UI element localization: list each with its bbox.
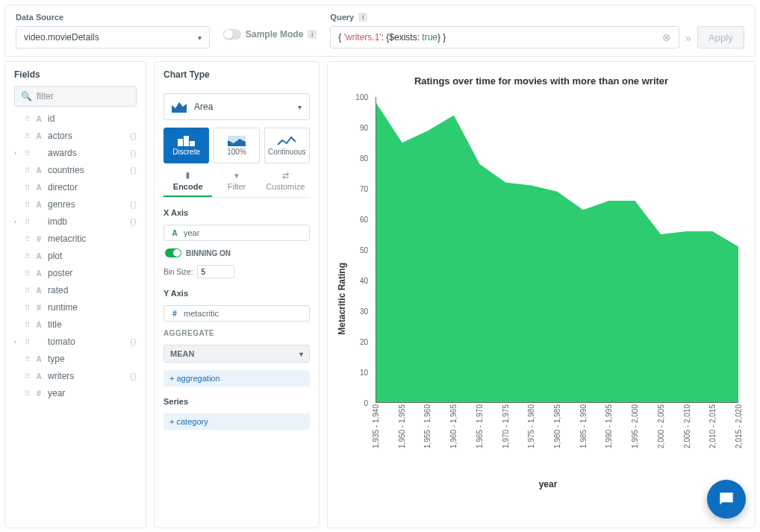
type-icon: A [34,287,43,295]
query-input[interactable]: { 'writers.1': {$exists: true} } ⊗ [330,26,679,48]
field-item-genres[interactable]: ⠿Agenres{} [14,198,137,210]
chart-config-panel: Chart Type Area ▾ Discrete 100% Continuo… [154,61,320,528]
chart-type-value: Area [194,101,213,112]
field-item-imdb[interactable]: ›⠿imdb{} [14,216,137,228]
mode-continuous-button[interactable]: Continuous [264,128,310,163]
add-aggregation-button[interactable]: + aggregation [163,370,310,387]
field-list: ⠿Aid⠿Aactors{}›⠿awards{}⠿Acountries{}⠿Ad… [14,113,137,399]
type-icon: # [34,303,43,312]
object-icon: {} [129,149,137,157]
x-tick: 1,985 - 1,990 [579,404,587,448]
field-item-id[interactable]: ⠿Aid [14,113,137,125]
field-name: metacritic [48,234,86,244]
y-ticks: 0102030405060708090100 [350,97,373,403]
grip-icon: ⠿ [25,166,30,175]
field-item-director[interactable]: ⠿Adirector [14,181,137,193]
data-source-select[interactable]: video.movieDetails ▾ [16,26,210,48]
x-axis-field-chip[interactable]: A year [163,225,310,241]
tab-customize[interactable]: ⇄Customize [261,171,310,197]
grip-icon: ⠿ [25,235,30,243]
binning-toggle[interactable] [165,248,181,257]
svg-rect-2 [190,141,195,146]
field-name: tomato [48,337,75,347]
y-tick: 100 [355,93,368,101]
info-icon[interactable]: i [308,30,317,39]
field-item-rated[interactable]: ⠿Arated [14,284,137,296]
x-tick: 2,010 - 2,015 [708,404,717,448]
binning-row: BINNING ON [163,248,310,257]
field-name: awards [48,148,77,158]
field-item-actors[interactable]: ⠿Aactors{} [14,130,137,142]
field-name: poster [48,268,72,278]
x-axis-title: year [350,479,746,489]
filter-placeholder: filter [37,91,54,101]
grip-icon: ⠿ [25,287,30,295]
x-tick: 1,970 - 1,975 [501,404,509,448]
field-item-metacritic[interactable]: ⠿#metacritic [14,233,137,245]
object-icon: {} [129,166,137,175]
grip-icon: ⠿ [25,338,30,346]
query-text: { 'writers.1': {$exists: true} } [338,32,658,43]
y-axis-field-chip[interactable]: # metacritic [163,305,310,322]
field-name: director [48,182,78,193]
apply-button[interactable]: Apply [697,26,744,48]
encode-icon: ⫴ [186,171,190,181]
pct-icon [228,136,246,146]
number-type-icon: # [170,310,179,318]
binsize-row: Bin Size: [163,265,310,278]
grip-icon: ⠿ [25,218,30,226]
type-icon: A [34,269,43,278]
field-name: writers [48,371,74,381]
chat-fab[interactable] [707,480,746,519]
add-category-button[interactable]: + category [163,413,310,430]
object-icon: {} [129,218,137,226]
area-path [376,103,738,402]
main-layout: Fields 🔍 filter ⠿Aid⠿Aactors{}›⠿awards{}… [0,61,760,532]
mode-discrete-button[interactable]: Discrete [163,128,209,163]
mode-100pct-button[interactable]: 100% [214,128,259,163]
x-tick: 1,950 - 1,955 [397,404,405,448]
sample-mode-toggle[interactable]: Sample Mode i [223,29,317,40]
field-item-type[interactable]: ⠿Atype [14,353,137,365]
data-source-block: Data Source video.movieDetails ▾ [16,13,210,48]
fields-title: Fields [14,69,137,80]
chart-type-select[interactable]: Area ▾ [163,93,310,120]
object-icon: {} [129,132,137,140]
x-tick: 1,975 - 1,980 [527,404,535,448]
field-item-plot[interactable]: ⠿Aplot [14,250,137,262]
continuous-icon [278,136,296,146]
svg-rect-0 [178,139,183,146]
info-icon[interactable]: i [358,13,367,22]
binsize-input[interactable] [197,265,234,278]
type-icon: A [34,201,43,209]
field-item-countries[interactable]: ⠿Acountries{} [14,164,137,176]
field-name: type [48,354,65,364]
type-icon: # [34,234,43,243]
field-name: imdb [48,216,67,227]
field-item-title[interactable]: ⠿Atitle [14,319,137,331]
field-name: runtime [48,302,78,313]
field-item-poster[interactable]: ⠿Aposter [14,267,137,279]
clear-icon[interactable]: ⊗ [662,31,671,43]
tab-encode[interactable]: ⫴Encode [163,171,212,197]
y-tick: 90 [360,124,368,132]
query-label: Query i [330,13,679,22]
field-item-writers[interactable]: ⠿Awriters{} [14,370,137,382]
aggregate-select[interactable]: MEAN ▾ [163,345,310,363]
fields-panel: Fields 🔍 filter ⠿Aid⠿Aactors{}›⠿awards{}… [4,61,146,528]
tab-filter[interactable]: ▾Filter [212,171,261,197]
field-item-tomato[interactable]: ›⠿tomato{} [14,336,137,348]
x-tick: 1,990 - 1,995 [605,404,613,448]
type-icon: A [34,132,43,140]
field-item-runtime[interactable]: ⠿#runtime [14,301,137,313]
plot [376,97,738,403]
discrete-icon [178,136,196,146]
fields-filter-input[interactable]: 🔍 filter [14,86,137,107]
y-tick: 50 [360,246,368,254]
field-item-year[interactable]: ⠿#year [14,387,137,399]
y-axis-label: Y Axis [163,289,310,298]
grip-icon: ⠿ [25,304,30,312]
field-item-awards[interactable]: ›⠿awards{} [14,147,137,159]
expand-caret-icon: › [14,338,20,345]
expand-caret-icon: › [14,218,20,225]
